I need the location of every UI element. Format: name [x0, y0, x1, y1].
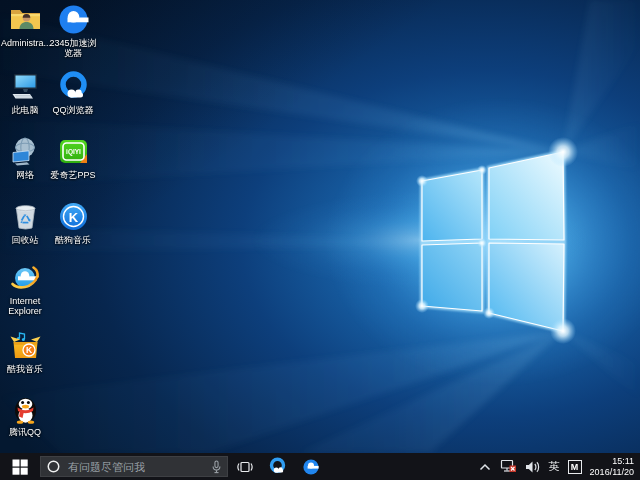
internet-explorer-icon: [9, 261, 42, 294]
chevron-up-icon: [478, 462, 492, 472]
icon-label: QQ浏览器: [49, 105, 97, 115]
desktop-icon-recycle-bin[interactable]: 回收站: [1, 200, 49, 245]
qq-browser-icon: [268, 457, 287, 476]
desktop-icon-administrator[interactable]: Administra...: [1, 3, 49, 48]
network-globe-icon: [9, 135, 42, 168]
tray-network-status[interactable]: [496, 453, 521, 480]
tray-clock[interactable]: 15:11 2016/11/20: [586, 456, 640, 478]
icon-label: 此电脑: [1, 105, 49, 115]
network-disconnected-icon: [500, 459, 517, 474]
desktop-icon-iqiyi-pps[interactable]: iQIYI 爱奇艺PPS: [49, 135, 97, 180]
tray-ime-mode[interactable]: M: [564, 453, 586, 480]
clock-time: 15:11: [590, 456, 634, 467]
icon-label: 回收站: [1, 235, 49, 245]
blue-e-browser-icon: [302, 458, 320, 476]
microphone-icon[interactable]: [211, 460, 222, 474]
desktop-icon-qq-browser[interactable]: QQ浏览器: [49, 70, 97, 115]
desktop-icon-network[interactable]: 网络: [1, 135, 49, 180]
svg-text:iQIYI: iQIYI: [66, 148, 81, 156]
clock-date: 2016/11/20: [590, 467, 634, 478]
icon-label: Internet Explorer: [1, 296, 49, 316]
windows-logo-icon: [12, 459, 28, 475]
icon-label: 爱奇艺PPS: [49, 170, 97, 180]
taskbar-2345-browser-button[interactable]: [294, 453, 327, 480]
desktop-icon-2345-browser[interactable]: 2345加速浏 览器: [49, 3, 97, 58]
desktop-icon-internet-explorer[interactable]: Internet Explorer: [1, 261, 49, 316]
tray-volume[interactable]: [521, 453, 545, 480]
qq-browser-icon: [57, 70, 90, 103]
tray-ime-language[interactable]: 英: [545, 453, 564, 480]
system-tray: 英 M 15:11 2016/11/20: [474, 453, 640, 480]
iqiyi-icon: iQIYI: [57, 135, 90, 168]
search-input[interactable]: [66, 460, 206, 474]
icon-label: 酷狗音乐: [49, 235, 97, 245]
kugou-music-icon: K: [57, 200, 90, 233]
desktop: Administra... 2345加速浏 览器 此电脑: [0, 0, 640, 453]
desktop-icon-kuwo-music[interactable]: K 酷我音乐: [1, 329, 49, 374]
volume-icon: [525, 460, 541, 474]
task-view-icon: [236, 460, 254, 474]
svg-text:K: K: [68, 210, 78, 225]
tray-chevron-up[interactable]: [474, 453, 496, 480]
cortana-circle-icon: [46, 459, 61, 474]
kuwo-music-icon: K: [9, 329, 42, 362]
icon-label: 2345加速浏 览器: [49, 38, 97, 58]
icon-label: Administra...: [1, 38, 49, 48]
qq-penguin-icon: [9, 392, 42, 425]
icon-label: 酷我音乐: [1, 364, 49, 374]
icon-label: 腾讯QQ: [1, 427, 49, 437]
desktop-icon-kugou-music[interactable]: K 酷狗音乐: [49, 200, 97, 245]
icon-label: 网络: [1, 170, 49, 180]
task-view-button[interactable]: [228, 453, 261, 480]
taskbar-search-box[interactable]: [40, 456, 228, 477]
taskbar: 英 M 15:11 2016/11/20: [0, 453, 640, 480]
recycle-bin-icon: [9, 200, 42, 233]
computer-icon: [9, 70, 42, 103]
desktop-icon-this-pc[interactable]: 此电脑: [1, 70, 49, 115]
desktop-icon-tencent-qq[interactable]: 腾讯QQ: [1, 392, 49, 437]
ime-mode-badge: M: [568, 460, 582, 474]
blue-e-browser-icon: [57, 3, 90, 36]
start-button[interactable]: [0, 453, 40, 480]
user-folder-icon: [9, 3, 42, 36]
svg-text:K: K: [25, 345, 32, 355]
taskbar-qq-browser-button[interactable]: [261, 453, 294, 480]
